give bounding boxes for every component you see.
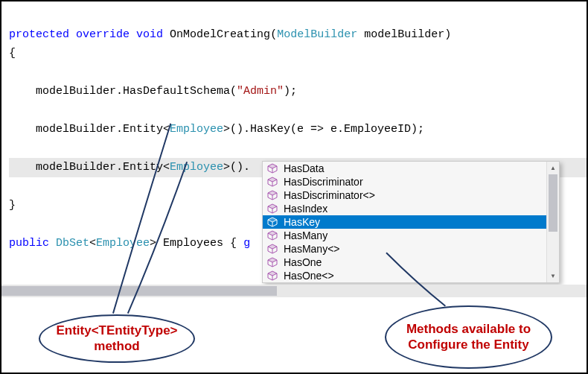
intellisense-item-hasdiscriminator[interactable]: HasDiscriminator<> [263, 188, 546, 202]
intellisense-item-label: HasDiscriminator<> [284, 189, 375, 201]
intellisense-item-label: HasData [284, 162, 324, 174]
intellisense-item-hasmany[interactable]: HasMany [263, 229, 546, 242]
intellisense-item-hasone[interactable]: HasOne<> [263, 269, 546, 282]
scroll-thumb[interactable] [549, 174, 557, 232]
code-line-property: public DbSet<Employee> Employees { g [9, 237, 250, 250]
code-line-1: modelBuilder.HasDefaultSchema("Admin"); [9, 85, 297, 98]
intellisense-list[interactable]: HasDataHasDiscriminatorHasDiscriminator<… [263, 162, 546, 282]
intellisense-item-hasdiscriminator[interactable]: HasDiscriminator [263, 175, 546, 188]
intellisense-item-label: HasDiscriminator [284, 176, 363, 188]
code-line-signature: protected override void OnModelCreating(… [9, 28, 451, 41]
horizontal-scrollbar[interactable] [1, 285, 587, 297]
horizontal-scroll-thumb[interactable] [1, 286, 277, 296]
intellisense-item-label: HasIndex [284, 203, 327, 215]
code-line-2: modelBuilder.Entity<Employee>().HasKey(e… [9, 123, 424, 136]
intellisense-item-haskey[interactable]: HasKey [263, 215, 546, 229]
intellisense-scrollbar[interactable]: ▲ ▼ [546, 162, 559, 282]
scroll-up-icon[interactable]: ▲ [547, 162, 559, 174]
brace-close: } [9, 199, 16, 212]
annotation-methods-available: Methods available to Configure the Entit… [385, 305, 552, 369]
intellisense-popup[interactable]: HasDataHasDiscriminatorHasDiscriminator<… [262, 161, 560, 283]
annotation-entity-method: Entity<TEntityType> method [39, 314, 195, 363]
intellisense-item-label: HasMany [284, 229, 327, 241]
intellisense-item-label: HasKey [284, 216, 320, 228]
intellisense-item-hasone[interactable]: HasOne [263, 256, 546, 269]
scroll-down-icon[interactable]: ▼ [547, 270, 559, 282]
intellisense-item-label: HasOne<> [284, 270, 334, 282]
intellisense-item-hasindex[interactable]: HasIndex [263, 202, 546, 215]
intellisense-item-label: HasMany<> [284, 243, 339, 255]
intellisense-item-hasmany[interactable]: HasMany<> [263, 242, 546, 256]
brace-open: { [9, 47, 16, 60]
intellisense-item-hasdata[interactable]: HasData [263, 162, 546, 175]
intellisense-item-label: HasOne [284, 256, 322, 268]
